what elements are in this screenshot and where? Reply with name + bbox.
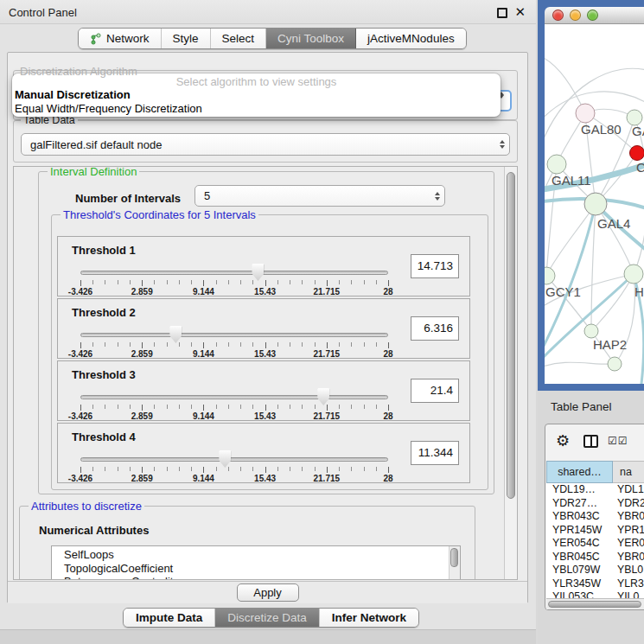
threshold-4-value-field[interactable]: 11.344 <box>411 441 459 465</box>
table-data-combobox[interactable]: galFiltered.sif default node <box>21 133 510 156</box>
slider-thumb[interactable] <box>219 450 231 468</box>
cell-shared-name[interactable]: YBR045C <box>546 551 613 564</box>
close-icon[interactable]: ✕ <box>514 4 526 20</box>
slider-major-tick <box>142 280 143 286</box>
list-item[interactable]: TopologicalCoefficient <box>52 562 460 576</box>
cell-shared-name[interactable]: YER054C <box>546 537 613 551</box>
table-horizontal-scrollbar[interactable] <box>546 598 644 609</box>
threshold-3-slider[interactable]: -3.4262.8599.14415.4321.71528 <box>80 386 388 420</box>
algorithm-option-manual-discretization[interactable]: Manual Discretization <box>12 88 501 102</box>
threshold-4-slider[interactable]: -3.4262.8599.14415.4321.71528 <box>80 448 388 482</box>
network-node-label: GA <box>632 124 644 138</box>
column-header-name[interactable]: na <box>613 461 644 483</box>
tab-network[interactable]: Network <box>79 29 162 48</box>
interval-definition-group-title: Interval Definition <box>48 166 139 178</box>
list-item[interactable]: SelfLoops <box>52 546 460 562</box>
tab-style[interactable]: Style <box>162 29 211 48</box>
select-columns-icon[interactable]: ☑☑ <box>608 435 628 447</box>
slider-thumb[interactable] <box>252 264 264 281</box>
gear-icon[interactable]: ⚙ <box>556 431 570 450</box>
tab-jactivemnodules[interactable]: jActiveMNodules <box>356 29 466 48</box>
cell-shared-name[interactable]: YBL079W <box>546 564 613 577</box>
network-node-h[interactable] <box>624 265 643 284</box>
tab-infer-network[interactable]: Infer Network <box>320 609 418 627</box>
slider-track[interactable] <box>80 271 388 275</box>
network-node[interactable] <box>608 357 622 371</box>
cell-shared-name[interactable]: YDL19… <box>546 483 613 497</box>
attributes-list-scrollbar[interactable] <box>449 546 460 580</box>
network-edge[interactable] <box>545 362 615 368</box>
float-window-icon[interactable] <box>497 8 507 18</box>
cell-name[interactable]: YBR0 <box>613 510 644 524</box>
apply-button[interactable]: Apply <box>237 583 299 602</box>
network-edge[interactable] <box>634 118 644 274</box>
cell-name[interactable]: YLR3 <box>613 577 644 591</box>
columns-icon[interactable] <box>583 435 598 448</box>
tab-discretize-data[interactable]: Discretize Data <box>215 609 320 627</box>
tab-infer-network-label: Infer Network <box>332 611 406 624</box>
settings-scroll-viewport: Interval Definition Number of Intervals … <box>13 166 518 580</box>
algorithm-dropdown-popup: Select algorithm to view settings Manual… <box>12 73 501 117</box>
number-of-intervals-combobox[interactable]: 5 <box>194 185 445 207</box>
cell-name[interactable]: YBL0 <box>613 564 644 577</box>
list-item[interactable]: BetweennessCentrality <box>52 575 460 580</box>
cell-name[interactable]: YDR2 <box>613 497 644 511</box>
zoom-traffic-light-icon[interactable] <box>587 10 598 21</box>
threshold-2-panel: Threshold 2 -3.4262.8599.14415.4321.7152… <box>57 298 470 359</box>
cell-name[interactable]: YPR1 <box>613 524 644 538</box>
slider-track[interactable] <box>80 333 388 337</box>
table-row[interactable]: YPR145WYPR1 <box>546 524 644 538</box>
network-node-gal11[interactable] <box>547 155 566 174</box>
table-row[interactable]: YDL19…YDL1 <box>546 483 644 497</box>
slider-thumb[interactable] <box>317 388 329 405</box>
cell-name[interactable]: YER0 <box>613 537 644 551</box>
table-row[interactable]: YBR043CYBR0 <box>546 510 644 524</box>
table-row[interactable]: YBR045CYBR0 <box>546 551 644 564</box>
threshold-3-value-field[interactable]: 21.4 <box>411 379 459 403</box>
cell-shared-name[interactable]: YDR27… <box>546 497 613 511</box>
cell-shared-name[interactable]: YIL053C <box>546 590 613 598</box>
scrollbar-thumb[interactable] <box>450 548 458 567</box>
table-row[interactable]: YIL053CYIL0 <box>546 590 644 598</box>
network-window-titlebar[interactable] <box>545 7 644 24</box>
network-node-gcy1[interactable] <box>545 267 555 284</box>
threshold-2-slider[interactable]: -3.4262.8599.14415.4321.71528 <box>80 323 388 358</box>
cell-name[interactable]: YIL0 <box>613 590 644 598</box>
algorithm-option-equal-width-frequency[interactable]: Equal Width/Frequency Discretization <box>12 102 501 116</box>
table-row[interactable]: YDR27…YDR2 <box>546 497 644 511</box>
threshold-1-value-field[interactable]: 14.713 <box>411 254 459 278</box>
slider-track[interactable] <box>80 457 388 462</box>
network-edge[interactable] <box>596 204 634 274</box>
table-row[interactable]: YLR345WYLR3 <box>546 577 644 591</box>
cell-name[interactable]: YDL1 <box>613 483 644 497</box>
network-node-label: HAP2 <box>593 337 627 352</box>
network-canvas[interactable]: GAL80GACGAL11GAL4GCY1HHAP2 <box>545 24 644 384</box>
close-traffic-light-icon[interactable] <box>552 10 564 21</box>
tab-cyni-toolbox[interactable]: Cyni Toolbox <box>266 29 356 48</box>
table-panel: Table Panel ⚙ ☑☑ shared… na YDL19…YDL1 Y… <box>538 391 644 644</box>
column-header-shared-name[interactable]: shared… <box>546 461 613 483</box>
tab-select[interactable]: Select <box>211 29 267 48</box>
cell-shared-name[interactable]: YPR145W <box>546 524 613 538</box>
cell-name[interactable]: YBR0 <box>613 551 644 564</box>
network-edge[interactable] <box>591 274 634 331</box>
minimize-traffic-light-icon[interactable] <box>570 10 581 21</box>
slider-thumb[interactable] <box>169 326 182 343</box>
cell-shared-name[interactable]: YBR043C <box>546 510 613 524</box>
tab-impute-data[interactable]: Impute Data <box>124 609 215 627</box>
table-row[interactable]: YER054CYER0 <box>546 537 644 551</box>
threshold-1-slider[interactable]: -3.4262.8599.14415.4321.71528 <box>80 261 388 296</box>
numerical-attributes-heading: Numerical Attributes <box>39 524 149 537</box>
network-edge[interactable] <box>546 204 596 276</box>
scrollbar-thumb[interactable] <box>507 172 515 499</box>
scrollbar-thumb[interactable] <box>548 601 641 608</box>
network-node-gal4[interactable] <box>584 193 607 215</box>
threshold-2-value-field[interactable]: 6.316 <box>411 316 459 341</box>
settings-vertical-scrollbar[interactable] <box>504 167 517 579</box>
slider-track[interactable] <box>80 395 388 399</box>
network-node-c[interactable] <box>630 146 644 161</box>
network-node-hap2[interactable] <box>584 324 598 338</box>
network-node-gal80[interactable] <box>576 104 595 123</box>
table-row[interactable]: YBL079WYBL0 <box>546 564 644 577</box>
cell-shared-name[interactable]: YLR345W <box>546 577 613 591</box>
